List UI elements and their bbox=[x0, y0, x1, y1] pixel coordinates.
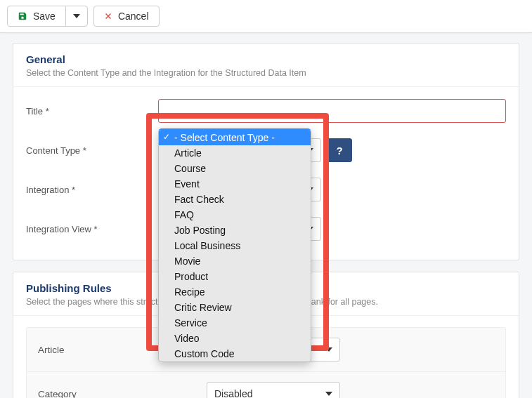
save-dropdown-button[interactable] bbox=[65, 6, 88, 27]
dropdown-option[interactable]: Service bbox=[159, 315, 311, 331]
rule-category-label: Category bbox=[38, 389, 207, 399]
integration-view-label: Integration View * bbox=[26, 224, 167, 234]
close-icon bbox=[104, 12, 112, 20]
dropdown-option[interactable]: Local Business bbox=[159, 238, 311, 253]
title-label: Title * bbox=[26, 106, 158, 117]
dropdown-option[interactable]: Movie bbox=[159, 253, 311, 269]
rule-category-select[interactable]: Disabled bbox=[207, 382, 340, 398]
save-label: Save bbox=[33, 11, 56, 22]
save-icon bbox=[18, 11, 27, 21]
general-description: Select the Content Type and the Integrat… bbox=[26, 68, 506, 78]
cancel-label: Cancel bbox=[118, 11, 149, 22]
integration-label: Integration * bbox=[26, 185, 167, 195]
dropdown-option[interactable]: FAQ bbox=[159, 207, 311, 223]
general-heading: General bbox=[26, 53, 506, 65]
save-button[interactable]: Save bbox=[7, 6, 66, 27]
chevron-down-icon bbox=[325, 392, 332, 396]
dropdown-option[interactable]: Video bbox=[159, 331, 311, 346]
save-button-group: Save bbox=[7, 6, 88, 27]
help-button[interactable]: ? bbox=[327, 138, 352, 162]
rule-category-value: Disabled bbox=[214, 388, 252, 398]
rule-row-category: Category Disabled bbox=[27, 372, 505, 398]
dropdown-option-placeholder[interactable]: - Select Content Type - bbox=[159, 130, 311, 145]
help-icon: ? bbox=[336, 145, 342, 157]
content-type-dropdown: - Select Content Type - ArticleCourseEve… bbox=[158, 128, 311, 362]
content-type-label: Content Type * bbox=[26, 145, 167, 156]
chevron-down-icon bbox=[73, 14, 80, 18]
dropdown-option[interactable]: Custom Code bbox=[159, 346, 311, 361]
toolbar: Save Cancel bbox=[0, 0, 532, 33]
dropdown-option[interactable]: Critic Review bbox=[159, 300, 311, 315]
dropdown-option[interactable]: Recipe bbox=[159, 284, 311, 300]
dropdown-option[interactable]: Job Posting bbox=[159, 223, 311, 238]
dropdown-option[interactable]: Article bbox=[159, 145, 311, 161]
dropdown-option[interactable]: Event bbox=[159, 176, 311, 192]
divider bbox=[13, 86, 519, 87]
dropdown-option[interactable]: Course bbox=[159, 161, 311, 176]
cancel-button[interactable]: Cancel bbox=[93, 6, 160, 27]
dropdown-option[interactable]: Fact Check bbox=[159, 192, 311, 207]
dropdown-option[interactable]: Product bbox=[159, 269, 311, 284]
